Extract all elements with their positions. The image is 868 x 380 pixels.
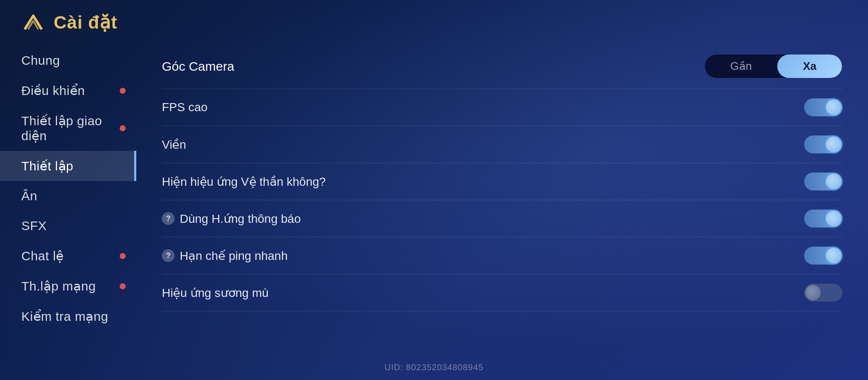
sidebar-item-thiet-lap-giao-dien[interactable]: Thiết lập giao diện bbox=[0, 106, 136, 151]
setting-label-han-che-ping: ? Hạn chế ping nhanh bbox=[162, 249, 288, 263]
sidebar-item-th-lap-mang[interactable]: Th.lập mạng bbox=[0, 271, 136, 301]
sidebar-item-chat-le[interactable]: Chat lệ bbox=[0, 241, 136, 271]
toggle-han-che-ping[interactable] bbox=[804, 247, 842, 265]
divider bbox=[162, 311, 842, 311]
toggle-thumb bbox=[826, 100, 841, 115]
sidebar-item-label: Th.lập mạng bbox=[21, 279, 96, 294]
sidebar-item-an[interactable]: Ân bbox=[0, 181, 136, 211]
toggle-hieu-ung-suong-mu[interactable] bbox=[804, 284, 842, 302]
camera-label: Góc Camera bbox=[162, 59, 234, 74]
sidebar-item-label: Ân bbox=[21, 189, 37, 203]
toggle-vien[interactable] bbox=[804, 135, 842, 153]
setting-label-dung-h-ung: ? Dùng H.ứng thông báo bbox=[162, 212, 301, 226]
toggle-thumb bbox=[826, 211, 841, 226]
sidebar-item-label: Chat lệ bbox=[21, 248, 64, 263]
setting-row-fps-cao: FPS cao bbox=[162, 89, 842, 126]
toggle-hien-hieu-ung[interactable] bbox=[804, 173, 842, 190]
question-icon[interactable]: ? bbox=[162, 249, 175, 262]
sidebar-item-label: SFX bbox=[21, 219, 47, 233]
camera-row: Góc Camera Gần Xa bbox=[162, 46, 842, 89]
sidebar: Chung Điều khiển Thiết lập giao diện Thi… bbox=[0, 41, 136, 380]
toggle-thumb bbox=[826, 174, 841, 189]
toggle-dung-h-ung[interactable] bbox=[804, 210, 842, 227]
sidebar-item-chung[interactable]: Chung bbox=[0, 46, 136, 75]
setting-label-vien: Viền bbox=[162, 138, 186, 152]
content-area: Góc Camera Gần Xa FPS cao Viền bbox=[136, 41, 868, 380]
sidebar-item-label: Thiết lập bbox=[21, 158, 73, 173]
sidebar-item-label: Điều khiển bbox=[21, 83, 85, 98]
sidebar-item-dieu-khien[interactable]: Điều khiển bbox=[0, 75, 136, 106]
page-title: Cài đặt bbox=[54, 12, 118, 33]
camera-option-gan[interactable]: Gần bbox=[705, 55, 778, 78]
camera-option-xa[interactable]: Xa bbox=[777, 55, 842, 78]
setting-row-dung-h-ung: ? Dùng H.ứng thông báo bbox=[162, 200, 842, 237]
toggle-thumb bbox=[826, 248, 841, 263]
toggle-thumb bbox=[805, 285, 821, 300]
sidebar-item-label: Chung bbox=[21, 53, 60, 68]
notification-dot bbox=[120, 88, 126, 94]
setting-row-vien: Viền bbox=[162, 126, 842, 163]
question-icon[interactable]: ? bbox=[162, 212, 175, 225]
setting-row-hieu-ung-suong-mu: Hiệu ứng sương mù bbox=[162, 274, 842, 311]
uid-footer: UID: 802352034808945 bbox=[385, 363, 483, 372]
setting-row-han-che-ping: ? Hạn chế ping nhanh bbox=[162, 237, 842, 274]
main-layout: Chung Điều khiển Thiết lập giao diện Thi… bbox=[0, 41, 868, 380]
sidebar-item-sfx[interactable]: SFX bbox=[0, 211, 136, 241]
toggle-fps-cao[interactable] bbox=[804, 98, 842, 116]
header: Cài đặt bbox=[0, 0, 868, 41]
camera-toggle-group: Gần Xa bbox=[704, 54, 843, 78]
setting-label-fps-cao: FPS cao bbox=[162, 101, 207, 114]
logo-icon bbox=[21, 13, 45, 32]
setting-row-hien-hieu-ung: Hiện hiệu ứng Vệ thần không? bbox=[162, 163, 842, 200]
notification-dot bbox=[120, 253, 126, 259]
notification-dot bbox=[120, 283, 126, 289]
sidebar-item-kiem-tra-mang[interactable]: Kiểm tra mạng bbox=[0, 301, 136, 331]
setting-label-hien-hieu-ung: Hiện hiệu ứng Vệ thần không? bbox=[162, 175, 326, 189]
app-container: Cài đặt Chung Điều khiển Thiết lập giao … bbox=[0, 0, 868, 380]
sidebar-item-label: Kiểm tra mạng bbox=[21, 309, 108, 324]
sidebar-item-label: Thiết lập giao diện bbox=[21, 113, 124, 143]
toggle-thumb bbox=[826, 137, 841, 152]
setting-label-hieu-ung-suong-mu: Hiệu ứng sương mù bbox=[162, 286, 269, 300]
sidebar-item-thiet-lap[interactable]: Thiết lập bbox=[0, 151, 136, 181]
notification-dot bbox=[120, 125, 126, 131]
